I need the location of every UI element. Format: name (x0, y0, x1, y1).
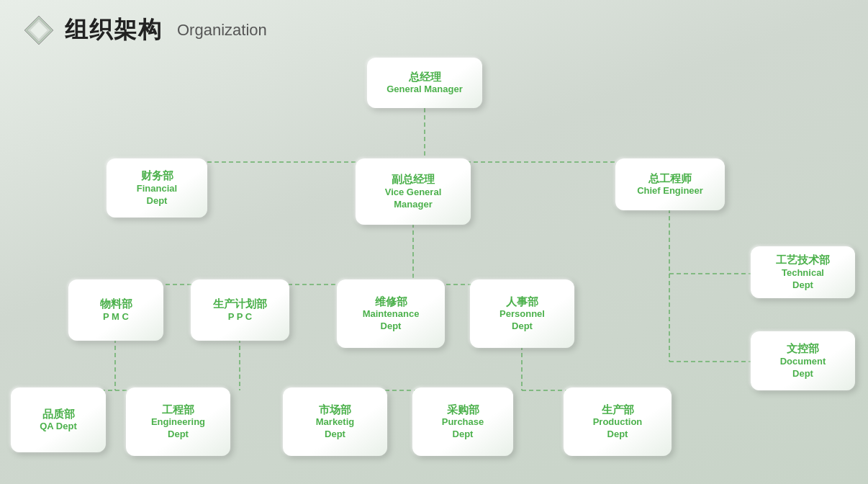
node-doc-zh: 文控部 (787, 341, 819, 356)
node-document: 文控部 DocumentDept (751, 331, 855, 390)
node-ppc-zh: 生产计划部 (213, 297, 267, 311)
node-ppc: 生产计划部 P P C (191, 279, 289, 341)
node-marketing: 市场部 MarketigDept (283, 387, 387, 456)
node-financial-zh: 财务部 (141, 169, 173, 183)
node-pur-zh: 采购部 (447, 403, 479, 417)
node-financial: 财务部 FinancialDept (107, 158, 207, 218)
page-title: 组织架构 (65, 14, 163, 46)
node-ppc-en: P P C (228, 311, 252, 323)
node-pmc-en: P M C (103, 311, 129, 323)
node-ce-en: Chief Engineer (637, 185, 703, 197)
node-pmc: 物料部 P M C (68, 279, 163, 341)
node-purchase: 采购部 PurchaseDept (412, 387, 513, 456)
node-tech-en: TechnicalDept (782, 267, 824, 292)
node-technical: 工艺技术部 TechnicalDept (751, 246, 855, 298)
node-qa-zh: 品质部 (42, 407, 75, 421)
node-pers-en: PersonnelDept (499, 308, 545, 333)
node-chief-engineer: 总工程师 Chief Engineer (615, 158, 725, 210)
org-chart: 总经理 General Manager 财务部 FinancialDept 副总… (0, 50, 868, 483)
node-tech-zh: 工艺技术部 (776, 253, 830, 267)
node-prod-zh: 生产部 (602, 403, 634, 417)
node-engineering: 工程部 EngineeringDept (126, 387, 230, 456)
node-pers-zh: 人事部 (506, 295, 538, 309)
node-pmc-zh: 物料部 (100, 297, 132, 311)
node-gm-en: General Manager (386, 84, 463, 96)
node-mkt-zh: 市场部 (319, 403, 351, 417)
node-qa: 品质部 QA Dept (11, 387, 106, 452)
node-personnel: 人事部 PersonnelDept (470, 279, 574, 348)
node-ce-zh: 总工程师 (648, 171, 692, 186)
node-financial-en: FinancialDept (137, 183, 177, 207)
node-qa-en: QA Dept (40, 421, 77, 433)
node-pur-en: PurchaseDept (442, 416, 484, 441)
node-eng-zh: 工程部 (162, 403, 194, 417)
node-vice-gm-zh: 副总经理 (392, 172, 435, 187)
node-gm-zh: 总经理 (409, 70, 441, 84)
node-mkt-en: MarketigDept (316, 416, 354, 441)
node-eng-en: EngineeringDept (151, 416, 205, 441)
node-maint-zh: 维修部 (375, 295, 407, 309)
node-vice-gm: 副总经理 Vice GeneralManager (356, 158, 471, 225)
node-vice-gm-en: Vice GeneralManager (385, 187, 442, 211)
node-prod-en: ProductionDept (593, 416, 643, 441)
node-maint-en: MaintenanceDept (363, 308, 420, 333)
node-production: 生产部 ProductionDept (564, 387, 672, 456)
node-maintenance: 维修部 MaintenanceDept (337, 279, 445, 348)
page-subtitle: Organization (177, 21, 267, 40)
node-doc-en: DocumentDept (780, 356, 826, 380)
diamond-icon (22, 13, 56, 48)
node-general-manager: 总经理 General Manager (367, 58, 482, 108)
